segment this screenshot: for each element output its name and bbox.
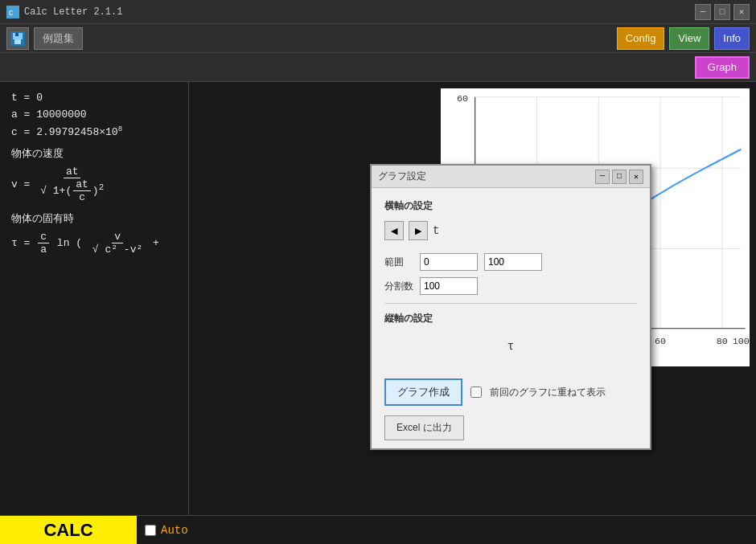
config-button[interactable]: Config xyxy=(617,27,665,50)
left-panel: t = 0 a = 10000000 c = 2.99792458×108 物体… xyxy=(0,82,189,515)
svg-rect-5 xyxy=(15,33,18,36)
calc-button[interactable]: CALC xyxy=(0,516,137,545)
divisions-row: 分割数 xyxy=(384,277,637,295)
info-button[interactable]: Info xyxy=(714,27,750,50)
graph-settings-dialog: グラフ設定 ─ □ ✕ 横軸の設定 ◀ ▶ t 範囲 xyxy=(370,164,651,450)
velocity-label: 物体の速度 xyxy=(11,146,177,161)
window-controls: ─ □ ✕ xyxy=(695,4,750,20)
prev-var-button[interactable]: ◀ xyxy=(384,221,404,240)
next-var-button[interactable]: ▶ xyxy=(409,221,428,240)
svg-text:100: 100 xyxy=(733,336,750,347)
overlay-label: 前回のグラフに重ねて表示 xyxy=(490,386,606,399)
title-bar: C Calc Letter 2.1.1 ─ □ ✕ xyxy=(0,0,756,24)
var-a: a = 10000000 xyxy=(11,108,177,121)
dialog-title: グラフ設定 xyxy=(378,170,426,183)
minimize-button[interactable]: ─ xyxy=(695,4,711,20)
range-min-input[interactable] xyxy=(420,253,478,271)
var-c: c = 2.99792458×108 xyxy=(11,125,177,138)
dialog-controls: ─ □ ✕ xyxy=(595,170,643,184)
graph-button-row: Graph xyxy=(0,53,756,82)
dialog-close[interactable]: ✕ xyxy=(629,170,643,184)
example-button[interactable]: 例題集 xyxy=(34,27,83,50)
vertical-section-label: 縦軸の設定 xyxy=(384,312,637,325)
proper-time-section: 物体の固有時 τ = c a ln ( v √ c² -v² + xyxy=(11,211,177,256)
app-icon: C xyxy=(6,6,19,18)
y-variable: τ xyxy=(384,333,637,359)
auto-section: Auto xyxy=(137,524,188,537)
close-button[interactable]: ✕ xyxy=(733,4,750,20)
proper-time-label: 物体の固有時 xyxy=(11,211,177,226)
auto-label: Auto xyxy=(161,524,188,537)
title-text: Calc Letter 2.1.1 xyxy=(24,6,695,18)
range-label: 範囲 xyxy=(384,256,413,269)
velocity-section: 物体の速度 v = at √ 1+(atc)2 xyxy=(11,146,177,203)
toolbar: 例題集 Config View Info xyxy=(0,24,756,53)
svg-text:60: 60 xyxy=(457,93,468,104)
view-button[interactable]: View xyxy=(669,27,709,50)
maximize-button[interactable]: □ xyxy=(714,4,730,20)
right-area: グラフ設定 ─ □ ✕ 横軸の設定 ◀ ▶ t 範囲 xyxy=(189,82,756,515)
bottom-bar: CALC Auto xyxy=(0,515,756,544)
axis-navigation: ◀ ▶ t xyxy=(384,221,637,240)
main-area: t = 0 a = 10000000 c = 2.99792458×108 物体… xyxy=(0,82,756,515)
divisions-input[interactable] xyxy=(420,277,478,295)
range-row: 範囲 xyxy=(384,253,637,271)
proper-time-formula: τ = c a ln ( v √ c² -v² + xyxy=(11,231,177,256)
excel-row: Excel に出力 xyxy=(372,415,650,448)
overlay-checkbox[interactable] xyxy=(470,387,482,398)
range-max-input[interactable] xyxy=(484,253,542,271)
dialog-footer: グラフ作成 前回のグラフに重ねて表示 xyxy=(372,370,650,415)
dialog-title-bar: グラフ設定 ─ □ ✕ xyxy=(372,166,650,188)
var-t: t = 0 xyxy=(11,92,177,104)
dialog-minimize[interactable]: ─ xyxy=(595,170,610,184)
dialog-body: 横軸の設定 ◀ ▶ t 範囲 分割数 縦軸の設定 xyxy=(372,188,650,370)
divisions-label: 分割数 xyxy=(384,280,413,293)
excel-button[interactable]: Excel に出力 xyxy=(384,415,464,440)
auto-checkbox[interactable] xyxy=(145,525,156,536)
svg-text:80: 80 xyxy=(717,336,728,347)
create-graph-button[interactable]: グラフ作成 xyxy=(384,378,462,406)
velocity-formula: v = at √ 1+(atc)2 xyxy=(11,166,177,203)
save-button[interactable] xyxy=(6,27,29,50)
svg-text:60: 60 xyxy=(655,336,666,347)
svg-rect-4 xyxy=(14,39,21,44)
svg-text:C: C xyxy=(9,10,14,18)
y-axis-section: 縦軸の設定 τ xyxy=(384,312,637,359)
horizontal-section-label: 横軸の設定 xyxy=(384,199,637,213)
x-variable: t xyxy=(433,224,439,237)
graph-button[interactable]: Graph xyxy=(695,56,750,79)
dialog-maximize[interactable]: □ xyxy=(612,170,627,184)
